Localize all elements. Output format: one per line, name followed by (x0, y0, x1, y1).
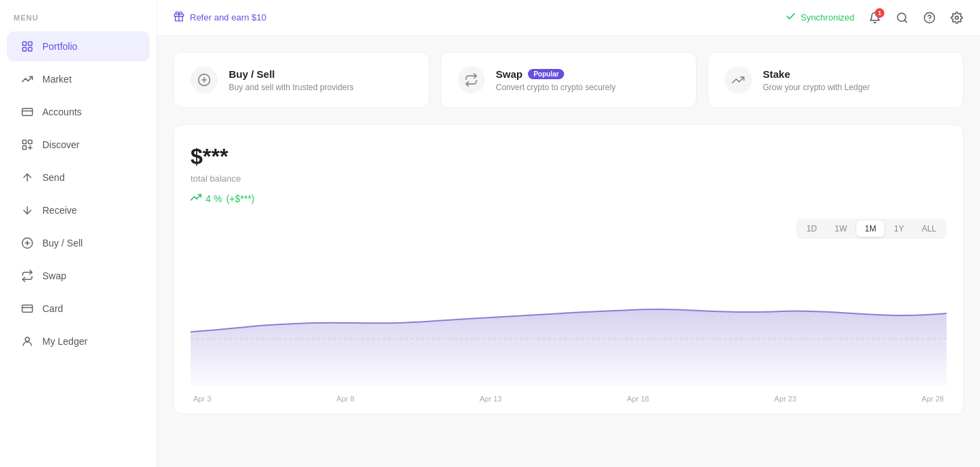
chart-header: 1D 1W 1M 1Y ALL (191, 218, 947, 239)
sidebar-item-send[interactable]: Send (7, 162, 150, 193)
swap-card-icon (458, 66, 485, 94)
buy-sell-card[interactable]: Buy / Sell Buy and sell with trusted pro… (173, 52, 430, 108)
topbar-left: Refer and earn $10 (173, 11, 266, 24)
discover-icon (20, 138, 34, 152)
svg-rect-2 (23, 48, 26, 51)
sync-label: Synchronized (800, 12, 854, 23)
swap-card-info: Swap Popular Convert crypto to crypto se… (496, 68, 680, 92)
sidebar-item-label: Discover (42, 139, 79, 150)
chart-label-2: Apr 13 (479, 395, 501, 403)
svg-point-23 (955, 16, 959, 19)
settings-button[interactable] (950, 11, 964, 25)
sync-icon (785, 11, 796, 24)
stake-card[interactable]: Stake Grow your crypto with Ledger (708, 52, 964, 108)
chart-label-0: Apr 3 (193, 395, 211, 403)
help-button[interactable] (923, 11, 936, 25)
svg-rect-4 (23, 109, 33, 116)
sidebar-item-buy-sell[interactable]: Buy / Sell (7, 228, 150, 258)
notification-badge: 1 (875, 8, 884, 18)
sidebar-item-swap[interactable]: Swap (7, 261, 150, 291)
svg-rect-8 (23, 146, 26, 150)
sidebar-item-label: Swap (42, 270, 66, 281)
stake-card-info: Stake Grow your crypto with Ledger (763, 68, 947, 92)
stake-card-icon (725, 66, 752, 94)
swap-card[interactable]: Swap Popular Convert crypto to crypto se… (440, 52, 697, 108)
balance-change: 4 % (+$***) (191, 192, 947, 205)
sidebar-item-discover[interactable]: Discover (7, 130, 150, 160)
chart-label-4: Apr 23 (774, 395, 796, 403)
buy-sell-card-title: Buy / Sell (229, 68, 412, 80)
sidebar-item-market[interactable]: Market (7, 64, 150, 94)
balance-amount: $*** (191, 144, 947, 169)
svg-line-20 (904, 20, 906, 22)
chart-label-1: Apr 8 (337, 395, 354, 403)
popular-badge: Popular (528, 69, 564, 79)
trend-up-icon (191, 192, 201, 205)
sidebar-item-label: Buy / Sell (42, 238, 83, 249)
refer-link[interactable]: Refer and earn $10 (190, 12, 266, 23)
chart-label-5: Apr 28 (922, 395, 944, 403)
time-btn-1w[interactable]: 1W (826, 221, 855, 237)
svg-rect-6 (23, 140, 26, 143)
buy-sell-card-desc: Buy and sell with trusted providers (229, 83, 412, 92)
buy-sell-card-icon (191, 66, 218, 94)
sidebar-item-label: Accounts (42, 107, 82, 117)
sidebar-item-portfolio[interactable]: Portfolio (7, 31, 150, 61)
receive-icon (20, 203, 34, 217)
sidebar-item-label: Card (42, 303, 63, 314)
sidebar-item-label: My Ledger (42, 336, 87, 347)
topbar: Refer and earn $10 Synchronized 1 (157, 0, 980, 36)
svg-rect-1 (29, 42, 32, 45)
time-range-selector: 1D 1W 1M 1Y ALL (796, 218, 947, 239)
sidebar-item-label: Receive (42, 205, 77, 216)
time-btn-1m[interactable]: 1M (856, 221, 884, 237)
chart-x-labels: Apr 3 Apr 8 Apr 13 Apr 18 Apr 23 Apr 28 (191, 395, 947, 403)
send-icon (20, 171, 34, 184)
change-percent: 4 % (206, 193, 222, 204)
sidebar-item-receive[interactable]: Receive (7, 195, 150, 225)
change-amount: (+$***) (226, 193, 255, 204)
buy-sell-card-info: Buy / Sell Buy and sell with trusted pro… (229, 68, 412, 92)
time-btn-1y[interactable]: 1Y (886, 221, 912, 237)
accounts-icon (20, 105, 34, 119)
main-content: Refer and earn $10 Synchronized 1 (157, 0, 980, 467)
portfolio-card: $*** total balance 4 % (+$***) 1D 1W 1M … (173, 124, 964, 414)
sidebar-item-card[interactable]: Card (7, 294, 150, 324)
my-ledger-icon (20, 335, 34, 348)
time-btn-all[interactable]: ALL (914, 221, 944, 237)
sync-status: Synchronized (785, 11, 854, 24)
portfolio-icon (20, 40, 34, 53)
sidebar: MENU Portfolio Market Accounts (0, 0, 157, 467)
topbar-right: Synchronized 1 (785, 11, 964, 25)
portfolio-chart (191, 250, 947, 386)
search-button[interactable] (895, 11, 909, 25)
chart-label-3: Apr 18 (627, 395, 649, 403)
sidebar-item-my-ledger[interactable]: My Ledger (7, 326, 150, 356)
swap-card-title: Swap Popular (496, 68, 680, 80)
notification-button[interactable]: 1 (868, 11, 882, 25)
sidebar-item-accounts[interactable]: Accounts (7, 97, 150, 127)
swap-icon (20, 269, 34, 283)
content-area: Buy / Sell Buy and sell with trusted pro… (157, 36, 980, 467)
svg-rect-3 (29, 48, 32, 51)
sidebar-item-label: Portfolio (42, 41, 77, 52)
market-icon (20, 72, 34, 86)
stake-card-desc: Grow your crypto with Ledger (763, 83, 947, 92)
time-btn-1d[interactable]: 1D (798, 221, 825, 237)
swap-card-desc: Convert crypto to crypto securely (496, 83, 680, 92)
card-icon (20, 302, 34, 315)
stake-card-title: Stake (763, 68, 947, 80)
sidebar-item-label: Market (42, 74, 72, 85)
svg-rect-14 (23, 305, 33, 313)
sidebar-item-label: Send (42, 172, 65, 183)
buy-sell-icon (20, 236, 34, 250)
svg-rect-0 (23, 42, 26, 45)
balance-label: total balance (191, 173, 947, 184)
sidebar-menu-label: MENU (0, 14, 156, 30)
gift-icon (173, 11, 184, 24)
svg-rect-7 (29, 140, 32, 143)
feature-cards-row: Buy / Sell Buy and sell with trusted pro… (173, 52, 964, 108)
svg-point-16 (25, 337, 29, 341)
